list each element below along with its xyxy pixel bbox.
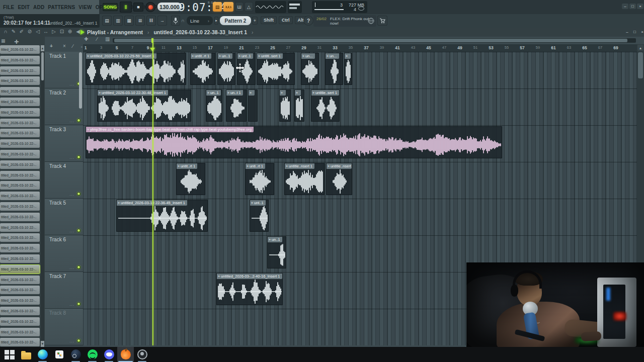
file-item[interactable]: titled_2026-03-10 22-..: [0, 87, 40, 96]
track-options-icon[interactable]: ...: [69, 302, 74, 307]
track-options-icon[interactable]: ...: [69, 155, 74, 160]
audio-clip[interactable]: »un..1: [267, 236, 286, 268]
paint-icon[interactable]: ✐: [18, 29, 25, 34]
record-input-button[interactable]: [171, 16, 180, 26]
mixer-button[interactable]: ‖‖: [146, 16, 156, 26]
arm-indicator[interactable]: [77, 192, 80, 196]
menu-file[interactable]: FILE: [3, 5, 14, 10]
audio-clip[interactable]: »: [294, 89, 304, 122]
file-item[interactable]: titled_2026-03-10 22-..: [0, 76, 40, 85]
file-item[interactable]: titled_2026-03-10 22-..: [0, 150, 40, 158]
file-item[interactable]: titled_2026-03-10 22-..: [0, 202, 40, 211]
track-header[interactable]: Track 5...: [45, 199, 83, 235]
hint-button[interactable]: ?: [303, 16, 313, 26]
file-item[interactable]: titled_2026-03-10 22-..: [0, 286, 40, 294]
magnet-icon[interactable]: ∩: [2, 29, 9, 34]
delete-icon[interactable]: ⊘: [26, 29, 33, 34]
audio-clip[interactable]: »untitl..sert 1: [257, 53, 295, 85]
audio-clip[interactable]: »untitled_2026-03-10 22-36-45_Insert 1: [116, 200, 208, 232]
audio-clip[interactable]: »un..t 1: [226, 89, 247, 122]
menu-add[interactable]: ADD: [33, 5, 44, 10]
track-header[interactable]: Track 7...: [45, 272, 83, 309]
news-ticker[interactable]: 26/02 FLEX: Drift Phonk out now!: [313, 15, 376, 27]
file-item[interactable]: titled_2026-03-10 22-..: [0, 108, 40, 117]
taskbar-discord[interactable]: [101, 347, 117, 362]
audio-clip[interactable]: »: [344, 53, 352, 85]
shop-button[interactable]: [377, 16, 387, 26]
file-item[interactable]: titled_2026-03-10 22-..: [0, 181, 40, 190]
playlist-minimize-button[interactable]: –: [624, 29, 630, 35]
slip-icon[interactable]: ▷: [50, 29, 57, 34]
file-item[interactable]: titled_2026-03-10 22-..: [0, 160, 40, 169]
audio-clip[interactable]: »un...: [325, 53, 343, 85]
playlist-button[interactable]: ⊞: [135, 16, 145, 26]
stop-button[interactable]: ■: [133, 3, 143, 12]
track-options-icon[interactable]: ...: [69, 119, 74, 123]
file-item[interactable]: titled_2026-03-10 22-..: [0, 328, 40, 336]
song-mode-button[interactable]: SONG: [103, 3, 118, 11]
playlist-scroll-handle[interactable]: [638, 52, 643, 78]
track-options-icon[interactable]: ...: [69, 192, 74, 197]
file-item[interactable]: titled_2026-03-10 22-..: [0, 98, 40, 106]
track-header[interactable]: Track 2...: [45, 88, 83, 125]
zoom-icon[interactable]: ⊕: [66, 29, 73, 34]
file-item[interactable]: titled_2026-03-10 22-..: [0, 192, 40, 200]
link-tool-icon[interactable]: ∕: [97, 36, 98, 42]
slice-tool-icon[interactable]: ∕: [72, 43, 73, 49]
input-device-select[interactable]: Line ›: [187, 16, 213, 25]
audio-clip[interactable]: »untitled_2026-03-10 22-29-59_Insert 1: [86, 53, 186, 85]
select-icon[interactable]: ⊡: [58, 29, 65, 34]
timeline-ruler[interactable]: 1357911131517192123252729313335373941434…: [83, 44, 637, 52]
dock-icon[interactable]: ▦: [1, 38, 6, 43]
audio-clip[interactable]: »untit..rt 1: [190, 53, 215, 85]
browser-button[interactable]: ▤: [102, 16, 112, 26]
pattern-add-button[interactable]: +: [252, 17, 258, 25]
file-item[interactable]: titled_2026-03-10 22-..: [0, 45, 40, 54]
sidebar-scroll-handle[interactable]: [41, 52, 44, 80]
record-button[interactable]: [145, 2, 155, 12]
arm-indicator[interactable]: [77, 119, 80, 122]
pan-tool-icon[interactable]: ✚: [14, 39, 19, 45]
timeline-scroll-handle[interactable]: [114, 39, 627, 42]
file-item[interactable]: titled_2026-03-10 22-..: [0, 276, 40, 284]
arm-indicator[interactable]: [77, 229, 80, 232]
file-item[interactable]: titled_2026-03-10 22-..: [0, 265, 40, 274]
track-options-icon[interactable]: ...: [69, 82, 74, 86]
scroll-up-icon[interactable]: ▲: [637, 45, 643, 51]
modkey-shift[interactable]: Shift: [261, 16, 277, 24]
playlist-titlebar[interactable]: ∩✎✐⊘◁↔▷⊡⊕◀ Playlist - Arrangement › unti…: [0, 28, 644, 37]
countdown-button[interactable]: 3,2,1: [223, 2, 233, 12]
timeline-scrollbar[interactable]: [113, 38, 636, 43]
pattern-prev-button[interactable]: ▸: [214, 17, 218, 25]
next-window-button[interactable]: →: [157, 16, 167, 26]
file-item[interactable]: titled_2026-03-10 22-..: [0, 296, 40, 305]
file-item[interactable]: titled_2026-03-10 22-..: [0, 171, 40, 179]
menu-patterns[interactable]: PATTERNS: [48, 5, 75, 10]
file-item[interactable]: titled_2026-03-10 22-..: [0, 233, 40, 242]
arm-indicator[interactable]: [77, 265, 80, 269]
audio-clip[interactable]: »un...: [301, 53, 319, 85]
track-options-icon[interactable]: ...: [69, 339, 74, 343]
scroll-up-icon[interactable]: ▲: [41, 45, 44, 51]
wave-tool-icon[interactable]: ✚: [84, 36, 88, 42]
typing-keyboard-button[interactable]: ▤: [213, 2, 222, 12]
track-scrollbar-handle[interactable]: [79, 52, 82, 109]
file-item[interactable]: titled_2026-03-10 22-..: [0, 317, 40, 326]
file-item[interactable]: titled_2026-03-10 22-..: [0, 338, 40, 346]
oscilloscope-panel[interactable]: [255, 1, 286, 13]
arm-indicator[interactable]: [77, 155, 80, 159]
metronome-button[interactable]: △: [245, 2, 253, 12]
taskbar-steam[interactable]: [67, 347, 84, 362]
scroll-down-icon[interactable]: ▼: [41, 341, 44, 347]
file-item[interactable]: titled_2026-03-10 22-..: [0, 307, 40, 315]
taskbar-obs[interactable]: [134, 347, 150, 362]
draw-icon[interactable]: ✎: [10, 29, 17, 34]
track-header[interactable]: Track 8...: [45, 309, 83, 345]
track-header[interactable]: Track 3...: [45, 125, 83, 162]
audio-clip[interactable]: »untitle..sert 1: [311, 89, 340, 122]
audio-clip[interactable]: »un..1: [206, 89, 222, 122]
scroll-left-icon[interactable]: ‹: [108, 38, 109, 42]
app-close-button[interactable]: ×: [637, 4, 643, 9]
taskbar-explorer[interactable]: [18, 347, 34, 362]
arm-indicator[interactable]: [77, 302, 80, 306]
